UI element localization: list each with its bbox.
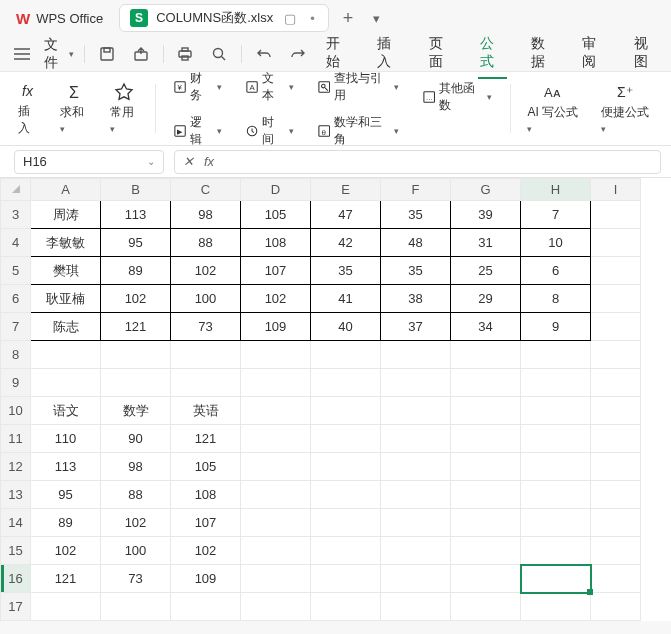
cell[interactable] (311, 341, 381, 369)
cell[interactable] (241, 481, 311, 509)
cell[interactable] (591, 593, 641, 621)
column-header[interactable]: A (31, 179, 101, 201)
cell[interactable] (521, 453, 591, 481)
cell[interactable] (241, 425, 311, 453)
cell[interactable]: 108 (241, 229, 311, 257)
cell[interactable]: 105 (241, 201, 311, 229)
cell[interactable] (101, 369, 171, 397)
preview-icon[interactable] (207, 42, 231, 66)
cell[interactable]: 语文 (31, 397, 101, 425)
cell[interactable] (591, 397, 641, 425)
cell[interactable] (381, 341, 451, 369)
cell[interactable] (591, 509, 641, 537)
cell[interactable]: 8 (521, 285, 591, 313)
file-menu[interactable]: 文件 (44, 36, 59, 72)
cell[interactable]: 89 (101, 257, 171, 285)
cell[interactable] (451, 453, 521, 481)
cell[interactable]: 88 (101, 481, 171, 509)
cell[interactable]: 47 (311, 201, 381, 229)
cell[interactable] (171, 369, 241, 397)
row-header[interactable]: 6 (1, 285, 31, 313)
cell[interactable]: 109 (171, 565, 241, 593)
cell[interactable] (171, 341, 241, 369)
cell[interactable] (311, 425, 381, 453)
cell[interactable]: 38 (381, 285, 451, 313)
cell[interactable]: 35 (381, 201, 451, 229)
cell[interactable] (311, 453, 381, 481)
cell[interactable]: 102 (101, 509, 171, 537)
cell[interactable] (591, 285, 641, 313)
cell[interactable] (311, 593, 381, 621)
column-header[interactable]: C (171, 179, 241, 201)
cell[interactable] (591, 481, 641, 509)
cell[interactable] (591, 453, 641, 481)
column-header[interactable]: D (241, 179, 311, 201)
cell[interactable] (521, 369, 591, 397)
cell[interactable]: 42 (311, 229, 381, 257)
cell[interactable] (521, 341, 591, 369)
finance-button[interactable]: ¥财务▾ (170, 68, 226, 106)
document-tab[interactable]: S COLUMNS函数.xlsx ▢ • (119, 4, 329, 32)
cell[interactable] (31, 593, 101, 621)
cell[interactable] (311, 565, 381, 593)
quick-formula-button[interactable]: Σ⁺ 便捷公式 ▾ (593, 78, 661, 139)
cell[interactable]: 9 (521, 313, 591, 341)
cell[interactable]: 109 (241, 313, 311, 341)
cell[interactable] (381, 397, 451, 425)
tab-formula[interactable]: 公式 (478, 29, 507, 79)
cell[interactable] (521, 593, 591, 621)
cell[interactable] (381, 537, 451, 565)
row-header[interactable]: 5 (1, 257, 31, 285)
cell[interactable] (241, 537, 311, 565)
cell[interactable]: 100 (171, 285, 241, 313)
cell[interactable]: 102 (171, 537, 241, 565)
cell[interactable] (311, 537, 381, 565)
cell[interactable]: 35 (381, 257, 451, 285)
cell[interactable]: 108 (171, 481, 241, 509)
cell[interactable] (521, 509, 591, 537)
cell[interactable]: 英语 (171, 397, 241, 425)
cell[interactable] (381, 509, 451, 537)
cell[interactable]: 95 (31, 481, 101, 509)
cell[interactable]: 6 (521, 257, 591, 285)
other-fn-button[interactable]: …其他函数▾ (419, 78, 497, 116)
cell[interactable] (171, 593, 241, 621)
name-box[interactable]: H16 ⌄ (14, 150, 164, 174)
cell[interactable]: 31 (451, 229, 521, 257)
tab-window-icon[interactable]: ▢ (281, 11, 299, 26)
cell[interactable] (521, 397, 591, 425)
cell[interactable]: 陈志 (31, 313, 101, 341)
row-header[interactable]: 12 (1, 453, 31, 481)
cell[interactable] (451, 425, 521, 453)
text-button[interactable]: A文本▾ (242, 68, 298, 106)
cell[interactable]: 耿亚楠 (31, 285, 101, 313)
tab-close-icon[interactable]: • (307, 11, 318, 26)
cell[interactable]: 7 (521, 201, 591, 229)
undo-icon[interactable] (252, 42, 276, 66)
column-header[interactable]: F (381, 179, 451, 201)
cell[interactable] (451, 509, 521, 537)
cell[interactable]: 73 (101, 565, 171, 593)
cell[interactable] (31, 369, 101, 397)
cell[interactable]: 88 (171, 229, 241, 257)
redo-icon[interactable] (286, 42, 310, 66)
cell[interactable]: 105 (171, 453, 241, 481)
cell[interactable]: 100 (101, 537, 171, 565)
row-header[interactable]: 7 (1, 313, 31, 341)
cell[interactable]: 73 (171, 313, 241, 341)
cell[interactable]: 95 (101, 229, 171, 257)
cell[interactable] (521, 481, 591, 509)
cell[interactable]: 107 (171, 509, 241, 537)
cell[interactable]: 李敏敏 (31, 229, 101, 257)
cell[interactable] (241, 509, 311, 537)
insert-function-button[interactable]: fx 插入 (10, 78, 48, 139)
cell[interactable] (241, 369, 311, 397)
cell[interactable]: 98 (101, 453, 171, 481)
cell[interactable]: 113 (31, 453, 101, 481)
row-header[interactable]: 11 (1, 425, 31, 453)
cell[interactable] (381, 481, 451, 509)
fill-handle[interactable] (587, 589, 593, 595)
cell[interactable]: 98 (171, 201, 241, 229)
cell[interactable]: 29 (451, 285, 521, 313)
row-header[interactable]: 8 (1, 341, 31, 369)
